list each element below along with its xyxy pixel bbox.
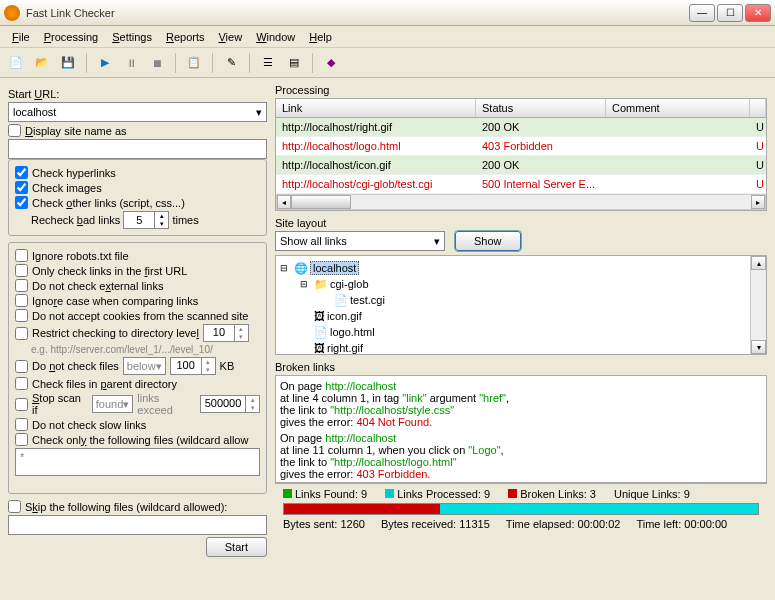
tree-item[interactable]: 🖼right.gif	[300, 340, 762, 355]
recheck-spinner[interactable]: ▴▾	[123, 211, 169, 229]
toolbar: 📄 📂 💾 ▶ ⏸ ⏹ 📋 ✎ ☰ ▤ ◆	[0, 48, 775, 78]
edit-icon[interactable]: ✎	[221, 53, 241, 73]
chk-ignore-case[interactable]	[15, 294, 28, 307]
save-icon[interactable]: 💾	[58, 53, 78, 73]
table-row[interactable]: http://localhost/right.gif200 OKU	[276, 118, 766, 137]
close-button[interactable]: ✕	[745, 4, 771, 22]
chk-stop-scan[interactable]	[15, 398, 28, 411]
menu-settings[interactable]: Settings	[106, 29, 158, 45]
menu-view[interactable]: View	[212, 29, 248, 45]
help-icon[interactable]: ◆	[321, 53, 341, 73]
menubar: File Processing Settings Reports View Wi…	[0, 26, 775, 48]
check-options-group: Check hyperlinks Check images Check othe…	[8, 159, 267, 236]
minimize-button[interactable]: —	[689, 4, 715, 22]
chk-no-files[interactable]	[15, 360, 28, 373]
filter-combo[interactable]: Show all links▾	[275, 231, 445, 251]
chevron-down-icon: ▾	[434, 235, 440, 248]
chk-images[interactable]	[15, 181, 28, 194]
list2-icon[interactable]: ▤	[284, 53, 304, 73]
list1-icon[interactable]: ☰	[258, 53, 278, 73]
broken-label: Broken links	[275, 361, 767, 373]
processing-label: Processing	[275, 84, 767, 96]
chk-no-cookies[interactable]	[15, 309, 28, 322]
chk-other[interactable]	[15, 196, 28, 209]
app-icon	[4, 5, 20, 21]
hscroll[interactable]: ◂▸	[276, 194, 766, 210]
broken-log[interactable]: On page http://localhost at line 4 colum…	[275, 375, 767, 483]
menu-reports[interactable]: Reports	[160, 29, 211, 45]
chk-parent[interactable]	[15, 377, 28, 390]
stop-spinner[interactable]: ▴▾	[200, 395, 260, 413]
table-row[interactable]: http://localhost/cgi-glob/test.cgi500 In…	[276, 175, 766, 194]
copy-icon[interactable]: 📋	[184, 53, 204, 73]
chk-hyperlinks[interactable]	[15, 166, 28, 179]
tree-item[interactable]: ⊟🌐localhost	[280, 260, 762, 276]
table-row[interactable]: http://localhost/logo.html403 ForbiddenU	[276, 137, 766, 156]
chk-robots[interactable]	[15, 249, 28, 262]
advanced-options-group: Ignore robots.txt file Only check links …	[8, 242, 267, 494]
open-icon[interactable]: 📂	[32, 53, 52, 73]
display-as-check[interactable]	[8, 124, 21, 137]
chk-only-following[interactable]	[15, 433, 28, 446]
maximize-button[interactable]: ☐	[717, 4, 743, 22]
window-title: Fast Link Checker	[26, 7, 689, 19]
chk-restrict-dir[interactable]	[15, 327, 28, 340]
start-url-combo[interactable]: localhost▾	[8, 102, 267, 122]
tree[interactable]: ⊟🌐localhost⊟📁cgi-glob📄test.cgi🖼icon.gif📄…	[275, 255, 767, 355]
pause-icon[interactable]: ⏸	[121, 53, 141, 73]
stop-icon[interactable]: ⏹	[147, 53, 167, 73]
chk-no-external[interactable]	[15, 279, 28, 292]
files-compare-combo[interactable]: below▾	[123, 357, 166, 375]
chk-skip-following[interactable]	[8, 500, 21, 513]
menu-help[interactable]: Help	[303, 29, 338, 45]
progress-bar	[283, 503, 759, 515]
chk-only-first[interactable]	[15, 264, 28, 277]
files-size-spinner[interactable]: ▴▾	[170, 357, 216, 375]
statusbar: Links Found: 9 Links Processed: 9 Broken…	[275, 483, 767, 532]
chk-no-slow[interactable]	[15, 418, 28, 431]
tree-item[interactable]: 📄test.cgi	[320, 292, 762, 308]
chevron-down-icon: ▾	[256, 106, 262, 119]
start-button[interactable]: Start	[206, 537, 267, 557]
tree-item[interactable]: ⊟📁cgi-glob	[300, 276, 762, 292]
display-as-label: Display site name as	[25, 125, 127, 137]
vscroll[interactable]: ▴▾	[750, 256, 766, 354]
menu-file[interactable]: File	[6, 29, 36, 45]
show-button[interactable]: Show	[455, 231, 521, 251]
menu-window[interactable]: Window	[250, 29, 301, 45]
table-row[interactable]: http://localhost/icon.gif200 OKU	[276, 156, 766, 175]
only-files-input[interactable]: *	[15, 448, 260, 476]
tree-item[interactable]: 🖼icon.gif	[300, 308, 762, 324]
sitelayout-label: Site layout	[275, 217, 767, 229]
play-icon[interactable]: ▶	[95, 53, 115, 73]
settings-panel: Start URL: localhost▾ Display site name …	[0, 78, 275, 599]
menu-processing[interactable]: Processing	[38, 29, 104, 45]
display-as-input[interactable]	[8, 139, 267, 159]
skip-files-input[interactable]	[8, 515, 267, 535]
col-link[interactable]: Link	[276, 99, 476, 117]
restrict-spinner[interactable]: ▴▾	[203, 324, 249, 342]
titlebar: Fast Link Checker — ☐ ✕	[0, 0, 775, 26]
col-status[interactable]: Status	[476, 99, 606, 117]
col-comment[interactable]: Comment	[606, 99, 750, 117]
tree-item[interactable]: 📄logo.html	[300, 324, 762, 340]
start-url-label: Start URL:	[8, 88, 267, 100]
processing-table: Link Status Comment http://localhost/rig…	[275, 98, 767, 211]
stop-combo[interactable]: found▾	[92, 395, 134, 413]
new-icon[interactable]: 📄	[6, 53, 26, 73]
